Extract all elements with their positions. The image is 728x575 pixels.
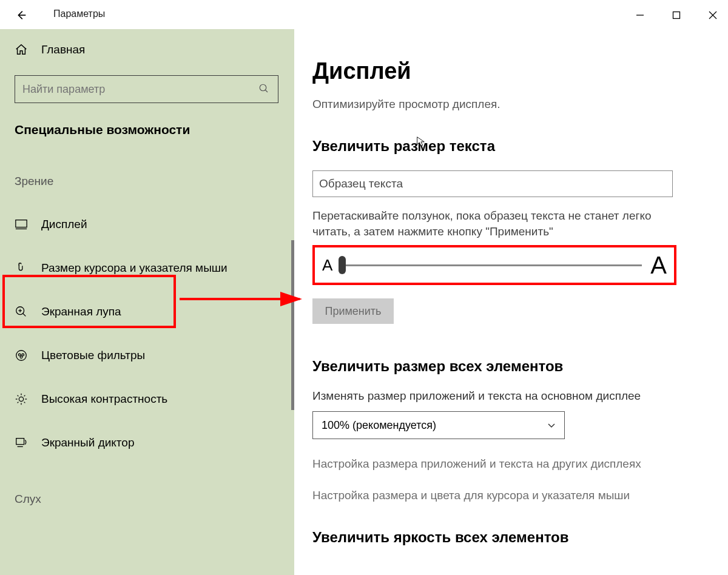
svg-rect-25 xyxy=(16,439,24,445)
back-arrow-icon xyxy=(15,8,28,22)
close-icon xyxy=(709,11,717,19)
svg-point-13 xyxy=(18,354,21,356)
sidebar-item-label: Экранный диктор xyxy=(41,436,134,449)
color-filter-icon xyxy=(15,349,28,362)
search-box[interactable] xyxy=(15,75,278,103)
sidebar-home-label: Главная xyxy=(41,43,85,56)
chevron-down-icon xyxy=(547,421,556,429)
app-title: Параметры xyxy=(53,8,105,19)
sidebar-item-home[interactable]: Главная xyxy=(0,35,294,64)
text-size-slider-container: A A xyxy=(312,245,676,285)
text-size-slider[interactable] xyxy=(341,264,642,266)
sidebar-item-label: Размер курсора и указателя мыши xyxy=(41,261,228,275)
group-header-vision: Зрение xyxy=(15,175,294,188)
link-cursor-settings[interactable]: Настройка размера и цвета для курсора и … xyxy=(312,489,710,502)
sidebar-item-cursor-pointer[interactable]: Размер курсора и указателя мыши xyxy=(0,246,294,290)
section-title-accessibility: Специальные возможности xyxy=(15,123,294,137)
search-icon xyxy=(258,83,271,95)
svg-point-15 xyxy=(20,356,22,358)
svg-point-14 xyxy=(22,354,24,356)
close-button[interactable] xyxy=(704,6,722,24)
svg-point-12 xyxy=(16,351,27,361)
svg-rect-6 xyxy=(16,220,27,227)
svg-point-4 xyxy=(260,84,266,91)
home-icon xyxy=(15,43,28,56)
minimize-icon xyxy=(636,11,644,19)
svg-line-24 xyxy=(24,395,25,397)
narrator-icon xyxy=(15,436,28,449)
sample-text: Образец текста xyxy=(319,177,403,190)
svg-rect-1 xyxy=(673,12,680,19)
svg-line-9 xyxy=(23,314,26,317)
sample-text-box: Образец текста xyxy=(312,170,673,197)
display-scale-value: 100% (рекомендуется) xyxy=(322,419,436,432)
svg-line-21 xyxy=(18,395,19,397)
sidebar-item-high-contrast[interactable]: Высокая контрастность xyxy=(0,377,294,421)
svg-point-16 xyxy=(19,397,23,401)
search-input[interactable] xyxy=(22,83,258,96)
sidebar-item-display[interactable]: Дисплей xyxy=(0,203,294,246)
slider-hint-text: Перетаскивайте ползунок, пока образец те… xyxy=(312,208,676,239)
cursor-pointer-icon xyxy=(15,261,28,275)
back-button[interactable] xyxy=(15,8,28,22)
maximize-icon xyxy=(672,11,681,19)
contrast-icon xyxy=(15,392,28,406)
maximize-button[interactable] xyxy=(667,6,686,24)
sidebar-item-label: Экранная лупа xyxy=(41,305,121,318)
apply-button[interactable]: Применить xyxy=(312,298,394,324)
group-header-hearing: Слух xyxy=(15,493,294,506)
section-heading-brightness: Увеличить яркость всех элементов xyxy=(312,529,710,546)
slider-thumb[interactable] xyxy=(339,256,346,274)
svg-line-22 xyxy=(24,402,25,403)
svg-line-5 xyxy=(265,90,268,92)
sidebar-item-label: Дисплей xyxy=(41,218,87,231)
svg-line-23 xyxy=(18,402,19,403)
monitor-icon xyxy=(15,218,28,231)
section-heading-all-elements: Увеличить размер всех элементов xyxy=(312,358,710,375)
sidebar-item-label: Высокая контрастность xyxy=(41,392,167,406)
section-heading-text-size: Увеличить размер текста xyxy=(312,138,710,155)
page-title: Дисплей xyxy=(312,58,710,84)
minimize-button[interactable] xyxy=(631,6,649,24)
slider-label-small: A xyxy=(322,256,332,275)
sidebar-item-magnifier[interactable]: Экранная лупа xyxy=(0,290,294,334)
sidebar-item-label: Цветовые фильтры xyxy=(41,349,145,362)
page-subtitle: Оптимизируйте просмотр дисплея. xyxy=(312,98,710,111)
sidebar-item-narrator[interactable]: Экранный диктор xyxy=(0,421,294,465)
slider-label-large: A xyxy=(650,252,667,279)
magnifier-icon xyxy=(15,305,28,318)
link-other-displays[interactable]: Настройка размера приложений и текста на… xyxy=(312,457,710,471)
display-scale-dropdown[interactable]: 100% (рекомендуется) xyxy=(312,411,565,439)
scale-description: Изменять размер приложений и текста на о… xyxy=(312,389,710,403)
sidebar-item-color-filters[interactable]: Цветовые фильтры xyxy=(0,334,294,377)
